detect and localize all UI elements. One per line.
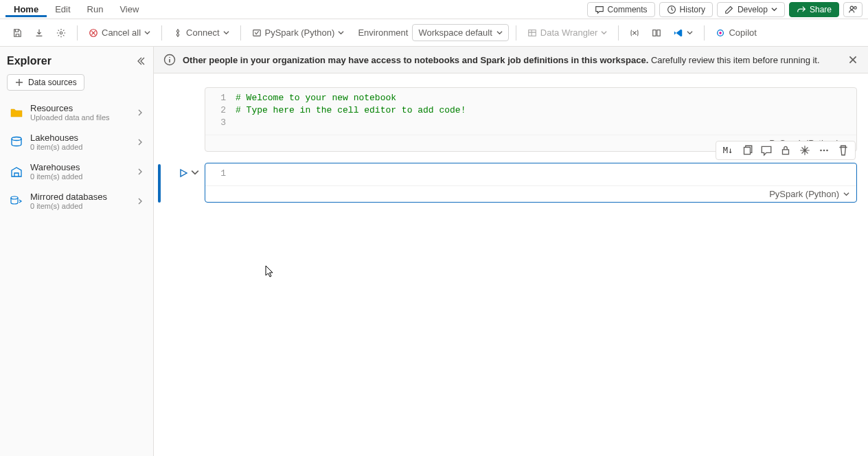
cancel-icon bbox=[89, 28, 98, 38]
chevron-down-icon bbox=[496, 30, 503, 36]
separator bbox=[704, 25, 705, 41]
svg-rect-14 bbox=[744, 148, 751, 155]
svg-point-1 bbox=[850, 6, 853, 9]
history-label: History bbox=[680, 5, 705, 14]
code-editor[interactable] bbox=[236, 168, 856, 180]
collaborator-button[interactable] bbox=[843, 2, 863, 17]
comment-icon bbox=[595, 5, 604, 14]
run-options-icon[interactable] bbox=[191, 168, 199, 176]
develop-button[interactable]: Develop bbox=[717, 2, 785, 17]
save-icon bbox=[12, 28, 22, 38]
explorer-sidebar: Explorer Data sources Resources Uploaded… bbox=[0, 47, 154, 456]
lakehouse-icon bbox=[10, 135, 23, 149]
code-cell[interactable]: 1 PySpark (Python) bbox=[205, 163, 857, 203]
separator bbox=[161, 25, 162, 41]
sidebar-item-label: Mirrored databases bbox=[30, 192, 130, 202]
sidebar-item-warehouses[interactable]: Warehouses 0 item(s) added bbox=[7, 157, 146, 186]
sidebar-item-mirrored-databases[interactable]: Mirrored databases 0 item(s) added bbox=[7, 186, 146, 216]
share-icon bbox=[797, 5, 806, 14]
comments-button[interactable]: Comments bbox=[587, 2, 655, 17]
data-wrangler-label: Data Wrangler bbox=[540, 27, 598, 38]
outline-icon bbox=[652, 28, 661, 38]
environment-select[interactable]: Workspace default bbox=[412, 24, 508, 41]
info-banner: Other people in your organization may ha… bbox=[154, 47, 868, 73]
sidebar-item-sub: 0 item(s) added bbox=[30, 172, 130, 181]
svg-point-11 bbox=[12, 137, 21, 140]
chevron-down-icon bbox=[687, 30, 693, 36]
active-cell-marker bbox=[158, 164, 161, 203]
chevron-right-icon bbox=[137, 109, 144, 116]
history-button[interactable]: History bbox=[659, 2, 713, 17]
gear-icon bbox=[56, 28, 66, 38]
lock-cell-icon[interactable] bbox=[779, 144, 792, 157]
environment-label: Environment bbox=[358, 27, 408, 38]
svg-point-16 bbox=[820, 150, 822, 152]
data-wrangler-button[interactable]: Data Wrangler bbox=[523, 24, 612, 41]
svg-point-18 bbox=[826, 150, 828, 152]
share-button[interactable]: Share bbox=[789, 2, 839, 17]
sidebar-item-label: Lakehouses bbox=[30, 133, 130, 143]
connect-button[interactable]: Connect bbox=[169, 24, 233, 41]
markdown-toggle-icon[interactable]: M↓ bbox=[722, 144, 734, 157]
person-icon bbox=[848, 5, 858, 14]
code-editor[interactable]: # Welcome to your new notebook # Type he… bbox=[236, 92, 856, 129]
sidebar-item-sub: 0 item(s) added bbox=[30, 143, 130, 151]
menu-tab-view[interactable]: View bbox=[111, 1, 147, 17]
language-label: PySpark (Python) bbox=[265, 27, 335, 38]
vscode-icon bbox=[674, 28, 683, 38]
language-select[interactable]: PySpark (Python) bbox=[248, 24, 349, 41]
chevron-right-icon bbox=[137, 168, 144, 175]
copy-cell-icon[interactable] bbox=[741, 144, 753, 157]
svg-rect-8 bbox=[657, 30, 660, 36]
variables-icon bbox=[630, 28, 639, 38]
collapse-sidebar-icon[interactable] bbox=[135, 56, 146, 67]
comment-cell-icon[interactable] bbox=[760, 144, 773, 157]
connect-icon bbox=[173, 28, 183, 38]
cell-language-label[interactable]: PySpark (Python) bbox=[769, 189, 839, 199]
data-sources-button[interactable]: Data sources bbox=[7, 74, 84, 91]
svg-rect-7 bbox=[653, 30, 656, 36]
settings-button[interactable] bbox=[52, 25, 70, 41]
sidebar-title: Explorer bbox=[7, 55, 52, 67]
svg-point-10 bbox=[720, 32, 722, 34]
svg-point-17 bbox=[823, 150, 825, 152]
line-numbers: 123 bbox=[205, 92, 236, 129]
vscode-button[interactable] bbox=[670, 25, 697, 41]
svg-rect-6 bbox=[529, 30, 536, 36]
menu-tab-home[interactable]: Home bbox=[5, 1, 47, 17]
close-banner-icon[interactable] bbox=[847, 54, 858, 65]
download-button[interactable] bbox=[30, 25, 48, 41]
copilot-button[interactable]: Copilot bbox=[711, 24, 760, 41]
chevron-right-icon bbox=[137, 139, 144, 146]
menu-tab-run[interactable]: Run bbox=[79, 1, 112, 17]
chevron-down-icon[interactable] bbox=[843, 191, 849, 197]
save-button[interactable] bbox=[8, 25, 26, 41]
more-cell-icon[interactable] bbox=[818, 144, 830, 157]
svg-rect-15 bbox=[783, 150, 789, 155]
pencil-icon bbox=[724, 5, 734, 14]
chevron-down-icon bbox=[144, 30, 150, 36]
separator bbox=[240, 25, 241, 41]
delete-cell-icon[interactable] bbox=[837, 144, 849, 157]
run-cell-icon[interactable] bbox=[179, 168, 188, 178]
sidebar-item-resources[interactable]: Resources Uploaded data and files bbox=[7, 98, 146, 127]
connect-label: Connect bbox=[186, 27, 219, 38]
sidebar-item-lakehouses[interactable]: Lakehouses 0 item(s) added bbox=[7, 127, 146, 157]
language-icon bbox=[252, 28, 262, 38]
variables-button[interactable] bbox=[626, 25, 643, 41]
info-icon bbox=[163, 54, 176, 66]
line-numbers: 1 bbox=[205, 168, 236, 180]
freeze-cell-icon[interactable] bbox=[799, 144, 811, 157]
warehouse-icon bbox=[10, 165, 23, 179]
copilot-icon bbox=[716, 28, 725, 38]
table-icon bbox=[527, 28, 537, 38]
history-icon bbox=[667, 5, 676, 14]
cancel-all-button[interactable]: Cancel all bbox=[84, 24, 155, 41]
menu-tab-edit[interactable]: Edit bbox=[47, 1, 78, 17]
comments-label: Comments bbox=[608, 5, 648, 14]
chevron-down-icon bbox=[771, 6, 777, 12]
outline-button[interactable] bbox=[648, 25, 665, 41]
sidebar-item-sub: Uploaded data and files bbox=[30, 113, 130, 122]
separator bbox=[618, 25, 619, 41]
chevron-down-icon bbox=[338, 30, 344, 36]
